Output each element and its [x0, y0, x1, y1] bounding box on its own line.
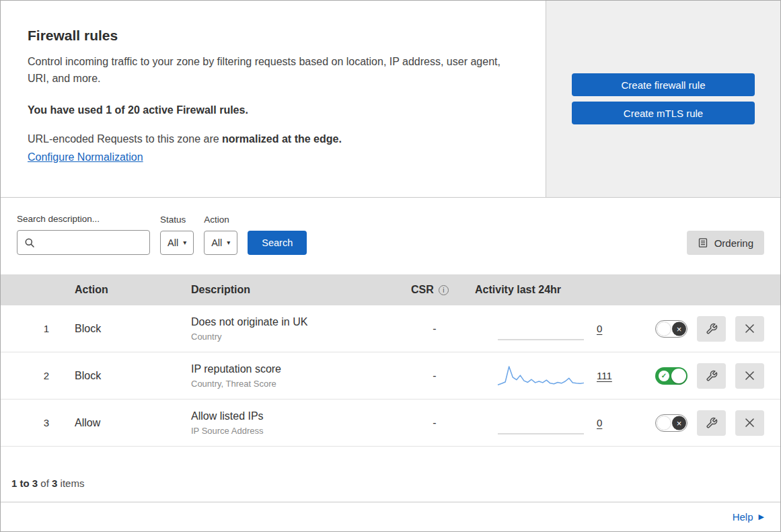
search-input[interactable] [40, 237, 143, 248]
help-link[interactable]: Help ▶ [733, 511, 764, 523]
search-icon [24, 237, 35, 248]
pagination-summary: 1 to 3 of 3 items [1, 447, 780, 489]
chevron-down-icon: ▾ [227, 239, 230, 246]
status-filter-dropdown[interactable]: All ▾ [160, 231, 194, 255]
normalization-text: URL-encoded Requests to this zone are [28, 133, 222, 145]
activity-count-link[interactable]: 0 [597, 417, 602, 428]
search-box [17, 230, 150, 255]
table-row: 2 Block IP reputation score Country, Thr… [1, 352, 780, 400]
status-filter-value: All [168, 237, 178, 248]
status-filter-group: Status All ▾ [160, 215, 194, 255]
rule-priority: 2 [1, 370, 61, 381]
rule-activity-cell: 111 [465, 364, 646, 388]
configure-normalization-link[interactable]: Configure Normalization [28, 151, 143, 163]
rule-priority: 1 [1, 323, 61, 334]
help-link-label: Help [733, 511, 753, 523]
table-row: 1 Block Does not originate in UK Country… [1, 305, 780, 352]
edit-rule-button[interactable] [697, 316, 726, 342]
toggle-knob [657, 322, 671, 336]
info-icon[interactable]: i [439, 285, 449, 295]
table-row: 3 Allow Allow listed IPs IP Source Addre… [1, 400, 780, 447]
activity-count-link[interactable]: 111 [597, 370, 612, 381]
filter-bar: Search description... Status All ▾ Actio… [1, 198, 780, 274]
activity-sparkline [497, 364, 585, 388]
search-group: Search description... [17, 214, 150, 255]
rule-csr: - [404, 370, 465, 382]
wrench-icon [706, 323, 718, 335]
delete-rule-button[interactable] [735, 316, 764, 342]
rule-description-cell: Does not originate in UK Country [191, 316, 404, 342]
rule-csr: - [404, 323, 465, 335]
action-filter-group: Action All ▾ [204, 215, 237, 255]
rule-criteria: Country [191, 332, 404, 342]
status-filter-label: Status [160, 215, 194, 225]
rule-action: Allow [61, 417, 191, 429]
chevron-down-icon: ▾ [183, 239, 186, 246]
edit-rule-button[interactable] [697, 410, 726, 436]
column-description: Description [191, 284, 404, 296]
close-icon [745, 418, 755, 428]
rule-description-cell: Allow listed IPs IP Source Address [191, 410, 404, 436]
ordering-button[interactable]: Ordering [687, 231, 764, 255]
edit-rule-button[interactable] [697, 363, 726, 389]
rule-enable-toggle[interactable]: × [655, 414, 687, 432]
ordering-list-icon [698, 237, 708, 248]
rule-action: Block [61, 323, 191, 335]
chevron-right-icon: ▶ [759, 513, 764, 521]
create-mtls-rule-button[interactable]: Create mTLS rule [572, 102, 755, 124]
page-description: Control incoming traffic to your zone by… [28, 54, 519, 87]
ordering-button-label: Ordering [714, 237, 753, 249]
column-csr: CSR i [404, 284, 465, 296]
rule-enable-toggle[interactable]: ✓ [655, 367, 687, 385]
rule-priority: 3 [1, 417, 61, 428]
overview-section: Firewall rules Control incoming traffic … [1, 1, 780, 198]
rule-criteria: IP Source Address [191, 426, 404, 436]
item-range: 1 to 3 [11, 478, 38, 489]
delete-rule-button[interactable] [735, 363, 764, 389]
rule-description: IP reputation score [191, 363, 404, 375]
firewall-overview-card: Firewall rules Control incoming traffic … [1, 1, 546, 197]
rule-description-cell: IP reputation score Country, Threat Scor… [191, 363, 404, 389]
firewall-rules-page: Firewall rules Control incoming traffic … [0, 0, 781, 532]
rule-criteria: Country, Threat Score [191, 379, 404, 389]
rule-csr: - [404, 417, 465, 429]
wrench-icon [706, 370, 718, 382]
delete-rule-button[interactable] [735, 410, 764, 436]
wrench-icon [706, 417, 718, 429]
actions-panel: Create firewall rule Create mTLS rule [546, 1, 780, 197]
item-total: 3 [52, 478, 57, 489]
create-firewall-rule-button[interactable]: Create firewall rule [572, 73, 755, 96]
rule-description: Allow listed IPs [191, 410, 404, 422]
activity-sparkline [497, 317, 585, 341]
toggle-check-icon: ✓ [659, 371, 669, 381]
rule-description: Does not originate in UK [191, 316, 404, 328]
items-text: items [61, 478, 85, 489]
toggle-x-icon: × [672, 321, 686, 336]
toggle-x-icon: × [672, 416, 686, 430]
help-bar: Help ▶ [1, 502, 780, 531]
column-csr-label: CSR [411, 284, 434, 296]
rule-activity-cell: 0 [465, 317, 646, 341]
toggle-knob [657, 416, 671, 430]
table-header: Action Description CSR i Activity last 2… [1, 274, 780, 305]
rule-controls: × [646, 316, 780, 342]
close-icon [745, 371, 755, 381]
activity-count-link[interactable]: 0 [597, 323, 602, 334]
toggle-knob [671, 369, 686, 383]
normalization-bold-text: normalized at the edge. [222, 133, 342, 145]
activity-sparkline [497, 411, 585, 435]
column-action: Action [61, 284, 191, 296]
rule-controls: ✓ [646, 363, 780, 389]
search-button[interactable]: Search [248, 231, 307, 255]
rule-controls: × [646, 410, 780, 436]
action-filter-value: All [211, 237, 222, 248]
normalization-note: URL-encoded Requests to this zone are no… [28, 133, 519, 145]
column-activity: Activity last 24hr [465, 284, 646, 296]
page-title: Firewall rules [28, 28, 519, 44]
action-filter-label: Action [204, 215, 237, 225]
action-filter-dropdown[interactable]: All ▾ [204, 231, 237, 255]
close-icon [745, 324, 755, 334]
rule-action: Block [61, 370, 191, 382]
rule-activity-cell: 0 [465, 411, 646, 435]
rule-enable-toggle[interactable]: × [655, 320, 687, 338]
